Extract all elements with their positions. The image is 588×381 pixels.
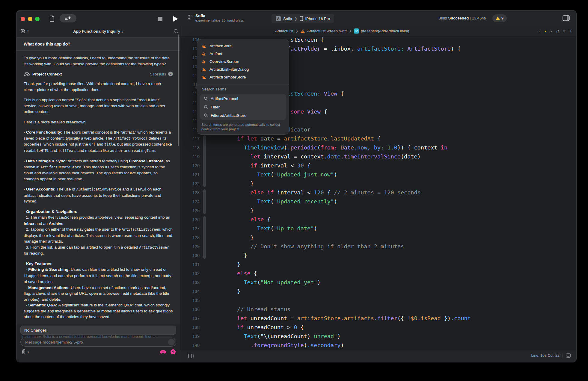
code-line: 134} xyxy=(180,287,576,296)
line-number: 121 xyxy=(180,170,200,179)
code-text: if unreadCount > 0 { xyxy=(210,323,576,332)
minimize-button[interactable] xyxy=(28,17,32,21)
code-text: Text("\(unreadCount) unread") xyxy=(210,332,576,341)
attachment-button[interactable]: ∨ xyxy=(21,349,29,355)
info-icon[interactable]: i xyxy=(168,72,173,76)
code-line: 132else { xyxy=(180,269,576,278)
code-text: else { xyxy=(210,269,576,278)
document-icon[interactable] xyxy=(49,15,55,22)
search-term-item[interactable]: ArtifactProtocol xyxy=(200,94,286,103)
stop-button[interactable] xyxy=(158,17,162,21)
context-file-item[interactable]: ArtifactListFilterDialog xyxy=(197,65,289,73)
search-terms-caption: Search terms are generated automatically… xyxy=(201,123,285,131)
line-number: 132 xyxy=(180,269,200,278)
search-term-item[interactable]: Filter xyxy=(200,103,286,111)
project-context-row[interactable]: Project Context5 Resultsi xyxy=(24,72,173,76)
message-paragraph: · Organization & Navigation: xyxy=(24,209,173,215)
chat-scrollbar[interactable] xyxy=(178,34,179,146)
zoom-button[interactable] xyxy=(35,17,40,21)
code-text: Text("Not updated yet") xyxy=(210,278,576,287)
swift-file-icon xyxy=(202,51,207,56)
divider xyxy=(563,353,563,358)
line-number: 124 xyxy=(180,197,200,206)
code-text: if let date = artifactStore.lastUpdatedA… xyxy=(210,134,576,143)
line-number: 133 xyxy=(180,278,200,287)
power-mode-icon[interactable] xyxy=(170,349,176,355)
context-file-name: ArtifactListFilterDialog xyxy=(209,67,249,72)
code-fold-ribbon[interactable] xyxy=(203,135,206,187)
code-line: 129// Don't show anything if older than … xyxy=(180,242,576,251)
activity-status[interactable]: Build Succeeded | 13.454s xyxy=(438,16,486,20)
message-input[interactable] xyxy=(20,338,176,347)
no-changes-button[interactable]: No Changes xyxy=(20,326,176,335)
code-line: 126else { xyxy=(180,215,576,224)
search-term-text: ArtifactProtocol xyxy=(211,96,238,101)
context-file-item[interactable]: Artifact xyxy=(197,50,289,58)
code-text: } xyxy=(210,251,576,260)
code-text: TimelineView(.periodic(from: Date.now, b… xyxy=(210,143,576,152)
code-line: 123else if interval < 120 { // 2 minutes… xyxy=(180,188,576,197)
code-fold-ribbon[interactable] xyxy=(203,189,206,214)
code-text: Text("Up to date") xyxy=(210,224,576,233)
editor-settings-icon[interactable] xyxy=(188,354,194,358)
line-number: 131 xyxy=(180,260,200,269)
binoculars-icon xyxy=(24,72,30,76)
ai-assistant-button[interactable] xyxy=(60,14,76,22)
message-paragraph: · Core Functionality: The app's central … xyxy=(24,129,173,154)
search-term-text: Filter xyxy=(211,105,220,109)
line-number: 122 xyxy=(180,179,200,188)
code-line: 139Text("\(unreadCount) unread") xyxy=(180,332,576,341)
inspector-toggle-icon[interactable] xyxy=(563,15,570,21)
search-icon xyxy=(204,96,208,101)
conversation-title-menu[interactable]: App Functionality Inquiry ∨ xyxy=(16,29,180,34)
code-text: } xyxy=(210,206,576,215)
cursor-position: Line: 103 Col: 22 xyxy=(531,353,560,358)
history-icon[interactable] xyxy=(174,29,178,34)
message-paragraph: Here is a more detailed breakdown: xyxy=(24,119,173,125)
app-icon: A xyxy=(276,16,281,21)
code-line: 133Text("Not updated yet") xyxy=(180,278,576,287)
context-file-item[interactable]: ArtifactStore xyxy=(197,42,289,50)
line-number: 136 xyxy=(180,305,200,314)
message-paragraph: 3. From the list, a user can tap an arti… xyxy=(24,244,173,256)
code-line: 124Text("Updated recently") xyxy=(180,197,576,206)
send-button[interactable] xyxy=(168,339,175,345)
code-text: .foregroundStyle(.secondary) xyxy=(210,341,576,350)
assistant-panel: ∨ App Functionality Inquiry ∨ What does … xyxy=(16,26,180,362)
title-bar: Sofia experimental/ios-26-liquid-glass A… xyxy=(16,10,576,26)
line-number: 119 xyxy=(180,152,200,161)
destination-name: iPhone 16 Pro xyxy=(305,16,330,21)
warnings-badge[interactable]: 9 xyxy=(492,14,507,22)
run-button[interactable] xyxy=(173,16,178,22)
line-number: 123 xyxy=(180,188,200,197)
deep-search-icon[interactable] xyxy=(160,350,166,354)
chevron-right-icon: ❯ xyxy=(295,17,297,21)
build-separator: | xyxy=(470,16,471,20)
line-number: 126 xyxy=(180,215,200,224)
context-file-item[interactable]: OverviewScreen xyxy=(197,58,289,65)
code-line: 140.foregroundStyle(.secondary) xyxy=(180,341,576,350)
code-line: 138if unreadCount > 0 { xyxy=(180,323,576,332)
line-number: 125 xyxy=(180,206,200,215)
close-button[interactable] xyxy=(21,17,25,21)
code-fold-ribbon[interactable] xyxy=(203,216,206,259)
device-icon xyxy=(300,16,303,21)
chevron-down-icon: ∨ xyxy=(27,350,29,353)
message-paragraph: This is an application named "Sofia" tha… xyxy=(24,97,173,115)
scheme-destination-selector[interactable]: A Sofia ❯ iPhone 16 Pro xyxy=(272,14,334,23)
swift-file-icon xyxy=(202,67,207,72)
context-file-list: ArtifactStoreArtifactOverviewScreenArtif… xyxy=(197,39,289,81)
build-time: 13.454s xyxy=(472,16,486,20)
message-paragraph: · Management Actions: Users have a rich … xyxy=(24,285,173,303)
chat-transcript[interactable]: What does this app do?To give you a more… xyxy=(16,37,180,324)
message-paragraph: · Key Features: xyxy=(24,261,173,267)
line-number: 127 xyxy=(180,224,200,233)
keyboard-icon[interactable] xyxy=(566,353,571,358)
context-file-item[interactable]: ArtifactRemoteStore xyxy=(197,73,289,81)
swift-file-icon xyxy=(202,75,207,79)
code-line: 130} xyxy=(180,251,576,260)
code-text: } xyxy=(210,260,576,269)
context-file-name: OverviewScreen xyxy=(209,59,239,64)
source-control-summary[interactable]: Sofia experimental/ios-26-liquid-glass xyxy=(188,13,244,23)
search-term-item[interactable]: FilteredArtifactStore xyxy=(200,111,286,120)
